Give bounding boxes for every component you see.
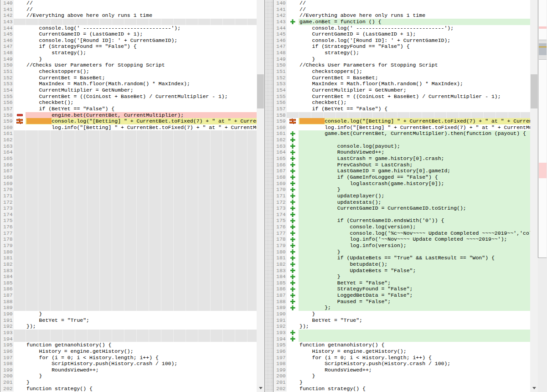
line-number: 194 bbox=[274, 336, 287, 342]
code-line-right-176: 176 console.log(version); bbox=[274, 224, 530, 230]
plus-icon bbox=[290, 193, 295, 198]
code-text bbox=[26, 211, 257, 218]
right-scrollbar-down-arrow-icon[interactable] bbox=[530, 385, 538, 391]
code-line-left-146: 146 console.log('[Round ID]: ' + Current… bbox=[0, 37, 257, 44]
code-text bbox=[26, 199, 257, 206]
code-text: //Checks User Parameters for Stopping Sc… bbox=[26, 62, 257, 68]
code-line-right-170: 170 } bbox=[274, 186, 530, 193]
code-text: RoundsViewed++; bbox=[299, 149, 530, 155]
plus-icon bbox=[290, 175, 295, 180]
right-scrollbar-thumb[interactable] bbox=[531, 74, 537, 108]
diff-gutter bbox=[14, 118, 26, 124]
line-number: 154 bbox=[274, 87, 287, 93]
line-number: 195 bbox=[0, 342, 14, 348]
code-line-left-143: 143 bbox=[0, 19, 257, 25]
diff-gutter bbox=[14, 299, 26, 305]
diff-gutter bbox=[14, 330, 26, 336]
diff-gutter bbox=[287, 174, 299, 181]
diff-gutter bbox=[287, 255, 299, 261]
diff-gutter bbox=[14, 181, 26, 187]
diff-gutter bbox=[287, 386, 299, 392]
diff-gutter bbox=[287, 348, 299, 355]
overview-view-thumb[interactable] bbox=[539, 40, 547, 60]
code-line-left-162: 162 bbox=[0, 137, 257, 143]
line-number: 196 bbox=[274, 348, 287, 355]
code-line-right-159: 159 console.log("[Betting] " + CurrentBe… bbox=[274, 118, 530, 124]
diff-gutter bbox=[287, 112, 299, 119]
code-line-left-147: 147 if (StrategyFound == "False") { bbox=[0, 43, 257, 50]
left-pane: 140//141//142//Everything above here onl… bbox=[0, 0, 257, 392]
code-line-left-145: 145 CurrentGameID = (LastGameID + 1); bbox=[0, 31, 257, 37]
line-number: 141 bbox=[274, 6, 287, 13]
diff-overview-bar[interactable] bbox=[538, 0, 547, 392]
diff-gutter bbox=[287, 43, 299, 50]
code-line-left-192: 192}); bbox=[0, 323, 257, 330]
diff-gutter bbox=[14, 217, 26, 224]
code-text: } bbox=[299, 56, 530, 62]
code-line-right-143: 143game.onBet = function () { bbox=[274, 19, 530, 25]
code-line-left-141: 141// bbox=[0, 6, 257, 13]
code-text bbox=[26, 162, 257, 168]
diff-gutter bbox=[287, 37, 299, 44]
line-number: 160 bbox=[274, 124, 287, 131]
line-number: 193 bbox=[0, 330, 14, 336]
line-number: 161 bbox=[0, 130, 14, 137]
left-scrollbar-thumb[interactable] bbox=[257, 74, 264, 108]
code-line-left-174: 174 bbox=[0, 211, 257, 218]
diff-gutter bbox=[287, 162, 299, 168]
code-text bbox=[26, 261, 257, 268]
line-number: 156 bbox=[274, 99, 287, 106]
line-number: 176 bbox=[0, 224, 14, 230]
code-text: if (BetYet == "False") { bbox=[26, 106, 257, 112]
line-number: 156 bbox=[0, 99, 14, 106]
code-text bbox=[26, 299, 257, 305]
code-line-right-150: 150//Checks User Parameters for Stopping… bbox=[274, 62, 530, 68]
code-line-left-198: 198 ScriptHistory.push(History.crash / 1… bbox=[0, 361, 257, 367]
code-text bbox=[26, 130, 257, 137]
code-text: log.info('~~Nov~~~~ Update Completed ~~~… bbox=[299, 236, 530, 242]
line-number: 186 bbox=[274, 286, 287, 292]
code-text: } bbox=[299, 379, 530, 386]
code-text: UpdateBets = "False"; bbox=[299, 268, 530, 274]
code-line-left-179: 179 bbox=[0, 242, 257, 249]
code-text: CurrentMultiplier = GetNumber; bbox=[26, 87, 257, 93]
diff-gutter bbox=[14, 193, 26, 199]
diff-gutter bbox=[287, 379, 299, 386]
line-number: 150 bbox=[0, 62, 14, 68]
line-number: 191 bbox=[274, 317, 287, 324]
diff-gutter bbox=[14, 174, 26, 181]
diff-gutter bbox=[287, 273, 299, 280]
code-text bbox=[26, 174, 257, 181]
plus-icon bbox=[290, 169, 295, 174]
diff-gutter bbox=[14, 0, 26, 6]
code-line-left-152: 152 CurrentBet = BaseBet; bbox=[0, 75, 257, 81]
code-line-left-185: 185 bbox=[0, 280, 257, 286]
diff-gutter bbox=[14, 355, 26, 361]
left-pane-scrollbar[interactable] bbox=[257, 0, 264, 392]
diff-gutter bbox=[287, 311, 299, 317]
minus-icon bbox=[17, 114, 23, 116]
code-text bbox=[26, 236, 257, 242]
diff-gutter bbox=[287, 130, 299, 137]
line-number: 143 bbox=[0, 19, 14, 25]
overview-track[interactable] bbox=[538, 0, 547, 258]
pane-splitter[interactable] bbox=[264, 0, 273, 392]
code-text bbox=[26, 149, 257, 155]
diff-gutter bbox=[14, 242, 26, 249]
line-number: 144 bbox=[274, 25, 287, 31]
line-number: 176 bbox=[274, 224, 287, 230]
line-number: 180 bbox=[274, 249, 287, 255]
code-text: } bbox=[299, 311, 530, 317]
right-pane-scrollbar[interactable] bbox=[530, 0, 538, 392]
line-number: 166 bbox=[0, 162, 14, 168]
code-text bbox=[26, 249, 257, 255]
code-text: function strategy() { bbox=[26, 386, 257, 392]
line-number: 170 bbox=[274, 186, 287, 193]
left-scrollbar-down-arrow-icon[interactable] bbox=[257, 385, 264, 391]
code-line-left-171: 171 bbox=[0, 193, 257, 199]
code-text: RoundsViewed++; bbox=[26, 367, 257, 373]
code-text bbox=[26, 336, 257, 342]
code-line-left-175: 175 bbox=[0, 217, 257, 224]
code-line-right-178: 178 log.info('~~Nov~~~~ Update Completed… bbox=[274, 236, 530, 242]
code-text bbox=[26, 330, 257, 336]
